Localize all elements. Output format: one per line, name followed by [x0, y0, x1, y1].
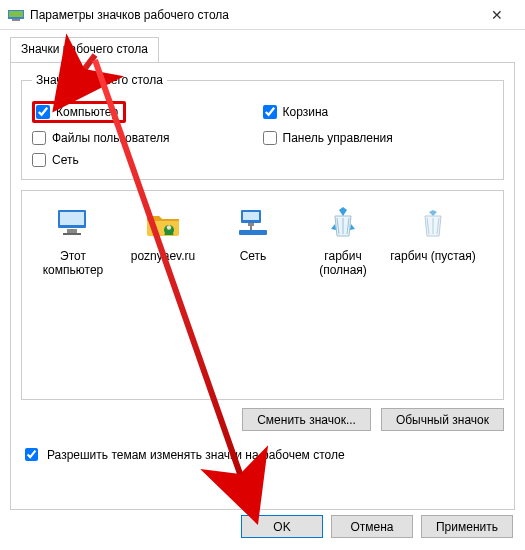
- svg-rect-2: [12, 19, 20, 21]
- recyclebin-full-icon: [300, 203, 386, 245]
- list-item-label: Этот компьютер: [30, 249, 116, 278]
- checkbox-computer[interactable]: [36, 105, 50, 119]
- close-icon: ✕: [491, 7, 503, 23]
- list-item[interactable]: гарбич (пустая): [388, 199, 478, 391]
- button-label: Обычный значок: [396, 413, 489, 427]
- close-button[interactable]: ✕: [477, 1, 517, 29]
- allow-themes-label: Разрешить темам изменять значки на рабоч…: [47, 448, 345, 462]
- list-item[interactable]: гарбич (полная): [298, 199, 388, 391]
- app-icon: [8, 7, 24, 23]
- highlight-computer: Компьютер: [32, 101, 126, 123]
- allow-themes-checkbox[interactable]: [25, 448, 38, 461]
- apply-button[interactable]: Применить: [421, 515, 513, 538]
- list-item[interactable]: poznyaev.ru: [118, 199, 208, 391]
- checkbox-network-row: Сеть: [32, 149, 263, 171]
- checkbox-recyclebin-row: Корзина: [263, 97, 494, 127]
- button-label: OK: [273, 520, 290, 534]
- svg-point-8: [167, 225, 171, 229]
- list-item-label: Сеть: [210, 249, 296, 263]
- cancel-button[interactable]: Отмена: [331, 515, 413, 538]
- checkbox-computer-row: Компьютер: [32, 97, 263, 127]
- button-label: Сменить значок...: [257, 413, 356, 427]
- recyclebin-empty-icon: [390, 203, 476, 245]
- button-label: Применить: [436, 520, 498, 534]
- list-item-label: poznyaev.ru: [120, 249, 206, 263]
- icon-buttons-row: Сменить значок... Обычный значок: [21, 408, 504, 431]
- svg-rect-5: [67, 229, 77, 233]
- default-icon-button[interactable]: Обычный значок: [381, 408, 504, 431]
- checkbox-userfiles-label: Файлы пользователя: [52, 131, 169, 145]
- checkbox-userfiles[interactable]: [32, 131, 46, 145]
- svg-rect-1: [9, 11, 23, 17]
- network-icon: [210, 203, 296, 245]
- group-legend: Значки рабочего стола: [32, 73, 167, 87]
- list-item-label: гарбич (пустая): [390, 249, 476, 263]
- tab-panel: Значки рабочего стола Компьютер Корзина …: [10, 62, 515, 510]
- checkbox-controlpanel[interactable]: [263, 131, 277, 145]
- list-item-label: гарбич (полная): [300, 249, 386, 278]
- svg-rect-10: [243, 212, 259, 220]
- checkbox-recyclebin-label: Корзина: [283, 105, 329, 119]
- titlebar: Параметры значков рабочего стола ✕: [0, 0, 525, 30]
- checkbox-computer-label: Компьютер: [56, 105, 118, 119]
- svg-rect-6: [63, 233, 81, 235]
- checkbox-network[interactable]: [32, 153, 46, 167]
- checkbox-controlpanel-label: Панель управления: [283, 131, 393, 145]
- checkbox-controlpanel-row: Панель управления: [263, 127, 494, 149]
- this-pc-icon: [30, 203, 116, 245]
- tab-desktop-icons[interactable]: Значки рабочего стола: [10, 37, 159, 63]
- list-item[interactable]: Сеть: [208, 199, 298, 391]
- svg-rect-11: [248, 223, 254, 226]
- change-icon-button[interactable]: Сменить значок...: [242, 408, 371, 431]
- svg-rect-12: [239, 230, 267, 235]
- icon-preview-list[interactable]: Этот компьютер poznyaev.ru: [21, 190, 504, 400]
- allow-themes-row: Разрешить темам изменять значки на рабоч…: [21, 445, 504, 464]
- checkbox-recyclebin[interactable]: [263, 105, 277, 119]
- ok-button[interactable]: OK: [241, 515, 323, 538]
- tabstrip: Значки рабочего стола: [0, 30, 525, 62]
- list-item[interactable]: Этот компьютер: [28, 199, 118, 391]
- button-label: Отмена: [350, 520, 393, 534]
- checkbox-network-label: Сеть: [52, 153, 79, 167]
- checkbox-userfiles-row: Файлы пользователя: [32, 127, 263, 149]
- window-title: Параметры значков рабочего стола: [30, 8, 477, 22]
- dialog-buttons: OK Отмена Применить: [241, 515, 513, 538]
- user-folder-icon: [120, 203, 206, 245]
- tab-label: Значки рабочего стола: [21, 42, 148, 56]
- group-desktop-icons: Значки рабочего стола Компьютер Корзина …: [21, 73, 504, 180]
- svg-rect-4: [60, 212, 84, 225]
